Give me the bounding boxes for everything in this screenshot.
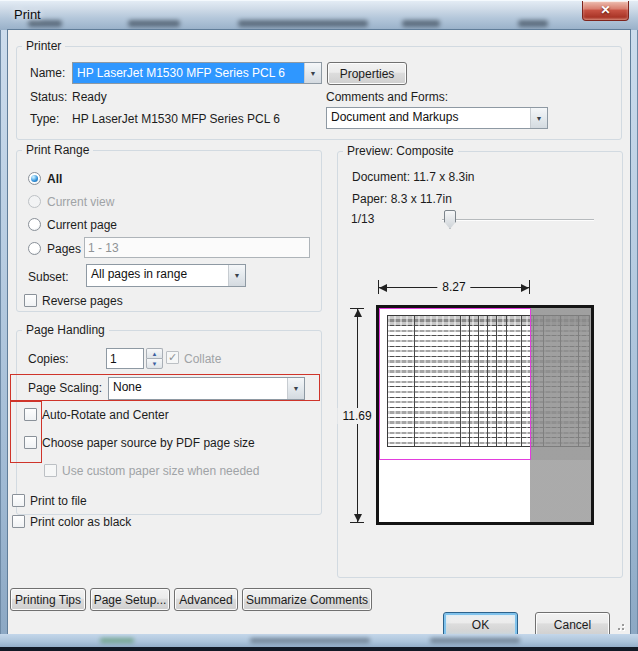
spin-up-icon[interactable]: ▲: [146, 348, 163, 358]
radio-current-view-label: Current view: [47, 195, 114, 209]
custom-paper-label: Use custom paper size when needed: [62, 464, 259, 478]
subset-select[interactable]: All pages in range ▼: [86, 264, 246, 287]
reverse-pages-label: Reverse pages: [42, 294, 123, 308]
subset-value: All pages in range: [87, 265, 228, 286]
dialog-body: Printer Name: HP LaserJet M1530 MFP Seri…: [8, 30, 630, 634]
printer-name-label: Name:: [30, 66, 65, 80]
advanced-button[interactable]: Advanced: [174, 588, 238, 611]
height-dimension-label: 11.69: [337, 408, 376, 424]
preview-document-size: Document: 11.7 x 8.3in: [352, 170, 475, 184]
page-setup-button[interactable]: Page Setup...: [90, 588, 170, 611]
background-blur: [238, 20, 368, 27]
preview-clipped-area: [530, 308, 591, 522]
printer-status-label: Status:: [30, 90, 67, 104]
comments-forms-select[interactable]: Document and Markups ▼: [326, 107, 548, 129]
custom-paper-checkbox[interactable]: [44, 464, 57, 477]
close-icon[interactable]: ✕: [582, 1, 629, 21]
chevron-down-icon[interactable]: ▼: [228, 265, 245, 286]
width-dimension-label: 8.27: [437, 279, 470, 295]
subset-label: Subset:: [28, 270, 69, 284]
preview-paper-size: Paper: 8.3 x 11.7in: [352, 192, 452, 206]
properties-button[interactable]: Properties: [327, 62, 407, 85]
radio-current-page-label: Current page: [47, 218, 117, 232]
preview-page: [376, 305, 594, 525]
radio-all-label: All: [47, 172, 62, 186]
reverse-pages-checkbox[interactable]: [24, 294, 37, 307]
preview-document-bounds: [379, 308, 531, 460]
window-title: Print: [14, 7, 41, 22]
print-to-file-checkbox[interactable]: [12, 494, 25, 507]
printing-tips-button[interactable]: Printing Tips: [10, 588, 86, 611]
background-blur: [128, 20, 180, 27]
printer-status-value: Ready: [72, 90, 107, 104]
background-blur: [430, 638, 520, 643]
annotation-checkboxes: [10, 401, 42, 463]
page-handling-group-label: Page Handling: [22, 323, 109, 337]
annotation-page-scaling: [10, 374, 320, 401]
printer-group-label: Printer: [22, 39, 65, 53]
print-color-black-checkbox[interactable]: [12, 515, 25, 528]
copies-stepper[interactable]: ▲ ▼: [146, 348, 163, 369]
print-to-file-label: Print to file: [30, 494, 87, 508]
radio-current-page[interactable]: [28, 218, 41, 231]
print-dialog-window: Print ✕ Printer Name: HP LaserJet M1530 …: [0, 0, 638, 651]
printer-name-select[interactable]: HP LaserJet M1530 MFP Series PCL 6 ▼: [72, 62, 322, 84]
background-blur: [402, 20, 440, 27]
preview-page-slider-track[interactable]: [442, 219, 594, 221]
background-blur: [518, 20, 548, 27]
collate-checkbox[interactable]: ✓: [166, 351, 179, 364]
pages-range-input[interactable]: [84, 237, 310, 258]
auto-rotate-label: Auto-Rotate and Center: [42, 408, 169, 422]
radio-all[interactable]: [28, 172, 41, 185]
printer-name-value: HP LaserJet M1530 MFP Series PCL 6: [73, 63, 304, 83]
collate-label: Collate: [184, 352, 221, 366]
chevron-down-icon[interactable]: ▼: [530, 108, 547, 128]
comments-forms-value: Document and Markups: [327, 108, 530, 128]
preview-group-label: Preview: Composite: [343, 144, 458, 158]
summarize-comments-button[interactable]: Summarize Comments: [242, 588, 372, 611]
background-blur: [100, 638, 134, 643]
printer-type-label: Type:: [30, 112, 59, 126]
print-color-black-label: Print color as black: [30, 515, 131, 529]
radio-pages-label: Pages: [47, 242, 81, 256]
height-dimension-arrow: 11.69: [350, 308, 364, 523]
printer-type-value: HP LaserJet M1530 MFP Series PCL 6: [72, 112, 280, 126]
background-window-edge: [0, 647, 638, 651]
radio-pages[interactable]: [28, 242, 41, 255]
width-dimension-arrow: 8.27: [378, 280, 530, 294]
paper-source-label: Choose paper source by PDF page size: [42, 436, 255, 450]
spin-down-icon[interactable]: ▼: [146, 358, 163, 369]
copies-input[interactable]: [106, 348, 144, 369]
title-bar[interactable]: Print ✕: [0, 0, 638, 30]
copies-label: Copies:: [28, 352, 69, 366]
chevron-down-icon[interactable]: ▼: [304, 63, 321, 83]
print-range-group-label: Print Range: [22, 143, 93, 157]
background-blur: [250, 638, 370, 643]
preview-page-indicator: 1/13: [351, 212, 374, 226]
comments-forms-label: Comments and Forms:: [326, 90, 448, 104]
radio-current-view[interactable]: [28, 195, 41, 208]
